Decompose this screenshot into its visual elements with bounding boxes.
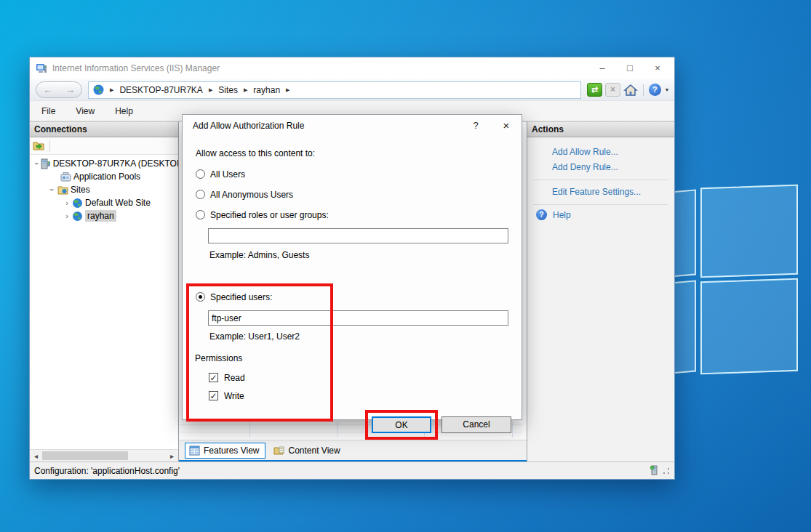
toolbar-separator [49,140,50,152]
application-pools-icon [60,172,71,182]
horizontal-scrollbar[interactable]: ◂ ▸ [30,449,178,462]
action-add-deny-rule[interactable]: Add Deny Rule... [527,160,674,175]
ok-button[interactable]: OK [372,416,431,433]
server-status-icon [650,465,660,476]
actions-panel: Actions Add Allow Rule... Add Deny Rule.… [527,121,674,462]
breadcrumb-item-sites[interactable]: Sites [218,85,238,95]
status-text: Configuration: 'applicationHost.config' [34,466,180,476]
title-bar: Internet Information Services (IIS) Mana… [30,57,674,79]
breadcrumb-separator-icon: ▶ [110,87,113,93]
actions-separator [533,204,668,205]
refresh-icon[interactable]: ⇄ [587,83,602,97]
minimize-button[interactable]: – [588,57,616,79]
checkbox-write[interactable]: ✓ [209,391,218,400]
breadcrumb-separator-icon: ▶ [244,87,247,93]
cancel-button[interactable]: Cancel [442,416,511,433]
content-view-icon [273,446,284,456]
home-icon[interactable] [623,84,638,97]
tree-label-server[interactable]: DESKTOP-87UR7KA (DESKTOP [53,158,178,169]
radio-specified-roles[interactable] [196,210,205,219]
tab-content-view[interactable]: Content View [270,443,345,458]
tree-item-rayhan[interactable]: › rayhan [30,209,178,222]
dialog-help-button[interactable]: ? [460,115,491,137]
highlight-box-specified-users [186,283,333,422]
windows-logo-pane [700,185,798,278]
radio-specified-users-label[interactable]: Specified users: [210,292,272,302]
connections-header: Connections [30,122,178,137]
specified-users-input[interactable] [208,310,508,326]
windows-logo-pane [700,278,798,375]
chevron-right-icon[interactable]: › [63,199,71,206]
tree-label-rayhan[interactable]: rayhan [85,210,116,222]
radio-specified-users[interactable] [196,292,205,302]
actions-header: Actions [527,122,674,137]
tree-item-sites[interactable]: › Sites [30,183,178,196]
forward-button[interactable]: → [65,84,75,95]
menu-help[interactable]: Help [115,106,133,116]
radio-all-anonymous-users-label[interactable]: All Anonymous Users [210,190,293,200]
roles-example: Example: Admins, Guests [209,250,309,260]
scrollbar-thumb[interactable] [42,451,128,460]
action-edit-feature-settings[interactable]: Edit Feature Settings... [527,185,674,200]
help-dropdown-icon[interactable]: ▾ [666,86,668,93]
add-allow-authorization-rule-dialog: Add Allow Authorization Rule ? × Allow a… [182,114,522,420]
menu-file[interactable]: File [41,106,55,116]
roles-input[interactable] [208,228,508,243]
globe-icon [72,198,83,209]
radio-all-users-label[interactable]: All Users [210,169,245,180]
back-button[interactable]: ← [43,84,52,95]
desktop-wallpaper: Internet Information Services (IIS) Mana… [0,0,811,532]
tree-label-sites[interactable]: Sites [71,185,90,195]
checkbox-write-label[interactable]: Write [224,391,244,401]
chevron-right-icon[interactable]: › [63,212,71,219]
tree-item-server[interactable]: › DESKTOP-87UR7KA (DESKTOP [30,157,178,170]
help-icon: ? [536,209,547,220]
help-icon[interactable]: ? [649,84,661,96]
stop-icon[interactable]: × [605,83,620,97]
dialog-prompt: Allow access to this content to: [196,148,315,158]
checkbox-read-label[interactable]: Read [224,373,245,383]
resize-grip[interactable] [663,467,670,475]
connections-panel: Connections › DESKTOP-87UR7KA (DESKTOP [30,121,179,462]
server-icon [40,158,51,169]
checkbox-read[interactable]: ✓ [209,373,218,382]
tree-label-default-web-site[interactable]: Default Web Site [85,198,151,208]
radio-all-anonymous-users[interactable] [196,190,205,199]
actions-separator [533,180,668,180]
features-view-icon [189,446,200,456]
maximize-button[interactable]: □ [616,57,644,79]
permissions-label: Permissions [195,353,242,363]
chevron-down-icon[interactable]: › [33,162,41,165]
nav-buttons: ← → [36,81,82,98]
save-connection-icon[interactable] [33,140,45,151]
close-button[interactable]: × [644,57,671,79]
scroll-left-icon[interactable]: ◂ [30,452,42,460]
action-help-label[interactable]: Help [553,210,571,220]
chevron-down-icon[interactable]: › [49,186,56,193]
action-help[interactable]: ? Help [527,209,674,220]
dialog-close-button[interactable]: × [491,115,522,137]
breadcrumb-item-rayhan[interactable]: rayhan [253,85,280,95]
tab-features-view[interactable]: Features View [185,443,265,459]
connections-toolbar [30,137,178,155]
action-add-allow-rule[interactable]: Add Allow Rule... [527,145,674,160]
radio-specified-roles-label[interactable]: Specified roles or user groups: [210,210,329,220]
tree-label-application-pools[interactable]: Application Pools [73,172,140,182]
tab-content-view-label: Content View [288,446,340,456]
breadcrumb-separator-icon: ▶ [286,87,289,93]
globe-icon [72,211,83,222]
address-bar: ← → ▶ DESKTOP-87UR7KA ▶ Sites ▶ rayhan ▶… [30,79,674,101]
breadcrumb[interactable]: ▶ DESKTOP-87UR7KA ▶ Sites ▶ rayhan ▶ [88,81,581,99]
dialog-title-bar: Add Allow Authorization Rule ? × [183,115,522,137]
status-bar: Configuration: 'applicationHost.config' [30,462,674,479]
view-tab-bar: Features View Content View [179,440,527,462]
radio-all-users[interactable] [196,169,205,179]
breadcrumb-item-server[interactable]: DESKTOP-87UR7KA [119,85,203,95]
menu-view[interactable]: View [76,106,95,116]
tree-item-default-web-site[interactable]: › Default Web Site [30,196,178,209]
tree-item-application-pools[interactable]: Application Pools [30,170,178,183]
dialog-title: Add Allow Authorization Rule [193,121,460,131]
breadcrumb-separator-icon: ▶ [209,87,212,93]
globe-icon [93,84,104,95]
scroll-right-icon[interactable]: ▸ [166,452,178,460]
